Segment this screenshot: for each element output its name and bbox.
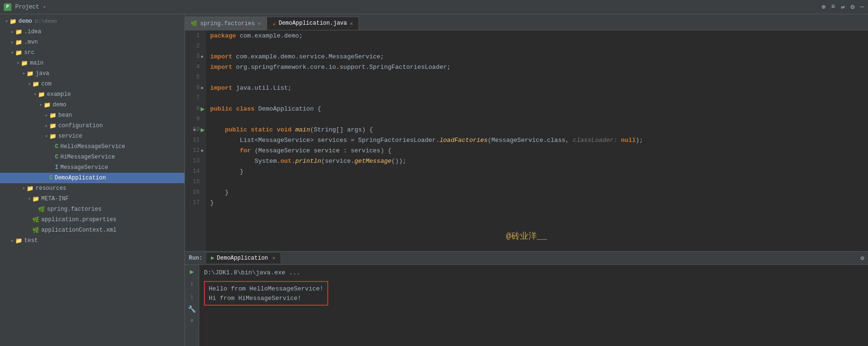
run-play-icon[interactable]: ▶	[190, 268, 194, 276]
folder-icon-mvn: 📁	[15, 39, 22, 46]
code-17: }	[210, 199, 214, 206]
arrow-example: ▾	[32, 92, 38, 97]
code-editor[interactable]: 1 2 3 4 5 6 7 8 9 10 11 12 13 14	[185, 30, 868, 251]
globe-icon[interactable]: ⊕	[822, 3, 825, 11]
ln-16: 16	[185, 187, 203, 197]
tree-item-app-context[interactable]: 🌿 applicationContext.xml	[0, 225, 185, 235]
tree-item-MessageService[interactable]: I MessageService	[0, 162, 185, 173]
run-output-line-1: Hello from HelloMessageService!	[209, 284, 323, 293]
run-lines-icon[interactable]: ≡	[190, 318, 194, 324]
tree-item-bean[interactable]: ▸ 📁 bean	[0, 110, 185, 121]
tab-label-DemoApplication: DemoApplication.java	[278, 20, 347, 27]
class-icon-DemoApplication: C	[49, 175, 53, 181]
folder-icon-bean: 📁	[49, 112, 56, 119]
run-gutter-10[interactable]: ▶	[201, 126, 204, 134]
run-output-box-wrapper: Hello from HelloMessageService! Hi from …	[204, 279, 863, 306]
run-content: ▶ ↑ ↓ 🔧 ≡ D:\JDK1.8\bin\java.exe ... Hel…	[185, 265, 868, 346]
code-line-3: ◆ import com.example.demo.service.Messag…	[210, 51, 868, 62]
type-MS-12: MessageService	[258, 147, 310, 154]
tab-DemoApplication[interactable]: ☕ DemoApplication.java ✕	[267, 17, 359, 30]
tree-label-bean: bean	[58, 112, 72, 119]
code-pkg-1: com.example.demo;	[236, 32, 303, 39]
tree-item-com[interactable]: ▾ 📁 com	[0, 79, 185, 89]
tree-item-java[interactable]: ▾ 📁 java	[0, 68, 185, 79]
ln-2: 2	[185, 41, 203, 51]
folder-icon-resources: 📁	[27, 185, 34, 192]
folder-icon-idea: 📁	[15, 28, 22, 36]
gutter-6: ◆	[201, 85, 203, 91]
run-wrench-icon[interactable]: 🔧	[188, 305, 196, 313]
folder-icon-example: 📁	[38, 91, 45, 98]
tree-item-resources[interactable]: ▾ 📁 resources	[0, 183, 185, 194]
title-dropdown-arrow[interactable]: ▾	[43, 4, 46, 10]
type-MsgSvc: MessageService	[258, 137, 310, 144]
tree-label-META-INF: META-INF	[41, 196, 69, 202]
split-icon[interactable]: ⇌	[841, 3, 845, 11]
tree-item-demo-pkg[interactable]: ▾ 📁 demo	[0, 100, 185, 110]
run-app-icon: ▶	[211, 254, 214, 262]
run-up-icon[interactable]: ↑	[190, 281, 194, 288]
code-pkg-3: com.example.demo.service.MessageService;	[232, 53, 384, 60]
method-loadFactories: loadFactories	[440, 137, 488, 144]
folder-icon-src: 📁	[15, 49, 22, 56]
run-tab-DemoApplication[interactable]: ▶ DemoApplication ✕	[206, 253, 280, 263]
tree-item-spring-factories[interactable]: 🌿 spring.factories	[0, 204, 185, 215]
tree-item-example[interactable]: ▾ 📁 example	[0, 89, 185, 100]
tab-close-DemoApplication[interactable]: ✕	[350, 20, 353, 27]
kw-out: out	[280, 158, 291, 165]
tree-item-DemoApplication[interactable]: C DemoApplication	[0, 173, 185, 183]
tree-label-example: example	[47, 91, 71, 98]
ln-6: 6	[185, 83, 203, 93]
tree-item-HiMessageService[interactable]: C HiMessageService	[0, 152, 185, 162]
tree-item-idea[interactable]: ▸ 📁 .idea	[0, 27, 185, 37]
diamond-gutter-12: ◆	[201, 148, 203, 153]
ln-9: 9	[185, 114, 203, 124]
settings-icon[interactable]: ⚙	[850, 3, 854, 11]
class-11: .class,	[543, 137, 573, 144]
tree-item-configuration[interactable]: ▸ 📁 configuration	[0, 121, 185, 131]
tree-item-test[interactable]: ▸ 📁 test	[0, 235, 185, 246]
ln-4: 4	[185, 62, 203, 72]
sp-10c	[292, 126, 295, 133]
tree-label-DemoApplication: DemoApplication	[55, 175, 106, 181]
arrow-idea: ▸	[9, 29, 15, 35]
tree-item-app-props[interactable]: 🌿 application.properties	[0, 215, 185, 225]
editor-area: 🌿 spring.factories ✕ ☕ DemoApplication.j…	[185, 14, 868, 251]
tree-item-main[interactable]: ▾ 📁 main	[0, 58, 185, 68]
run-tab-bar: Run: ▶ DemoApplication ✕ ⚙	[185, 252, 868, 265]
tree-item-demo-root[interactable]: ▾ 📁 demo D:\demo	[0, 16, 185, 27]
brace-8: {	[314, 105, 321, 112]
run-cmd-line: D:\JDK1.8\bin\java.exe ...	[204, 268, 863, 277]
close-13: ());	[391, 158, 406, 165]
tree-item-src[interactable]: ▾ 📁 src	[0, 47, 185, 58]
minimize-icon[interactable]: —	[860, 3, 864, 11]
ln-13: 13	[185, 156, 203, 166]
tree-label-idea: .idea	[24, 28, 41, 35]
tree-item-mvn[interactable]: ▸ 📁 .mvn	[0, 37, 185, 47]
sp-10b	[273, 126, 277, 133]
title-bar-left: P Project ▾	[4, 3, 46, 11]
tree-item-META-INF[interactable]: ▾ 📁 META-INF	[0, 194, 185, 204]
tree-label-test: test	[24, 237, 38, 244]
watermark: @砖业洋__	[506, 230, 547, 242]
list-icon[interactable]: ≡	[831, 3, 835, 11]
indent-11	[210, 137, 240, 144]
title-bar: P Project ▾ ⊕ ≡ ⇌ ⚙ —	[0, 0, 868, 14]
run-settings-icon[interactable]: ⚙	[860, 254, 864, 262]
run-tab-close[interactable]: ✕	[272, 255, 276, 261]
tab-spring-factories[interactable]: 🌿 spring.factories ✕	[185, 17, 267, 30]
run-gutter-8[interactable]: ▶	[201, 105, 204, 113]
tree-item-HelloMessageService[interactable]: C HelloMessageService	[0, 141, 185, 152]
bottom-panel: Run: ▶ DemoApplication ✕ ⚙ ▶ ↑ ↓ 🔧 ≡	[185, 251, 868, 346]
kw-class-8: class	[236, 105, 255, 112]
tab-close-spring-factories[interactable]: ✕	[258, 20, 261, 27]
paren-13: (service.	[321, 158, 354, 165]
factories-icon: 🌿	[38, 206, 45, 213]
ln-17: 17	[185, 197, 203, 208]
code-pkg-4: org.springframework.core.io.support.Spri…	[232, 64, 451, 71]
tree-item-service[interactable]: ▾ 📁 service	[0, 131, 185, 141]
ln-11: 11	[185, 135, 203, 145]
run-down-icon[interactable]: ↓	[190, 293, 194, 300]
kw-null-11: null	[621, 137, 636, 144]
tree-label-com: com	[41, 81, 52, 87]
